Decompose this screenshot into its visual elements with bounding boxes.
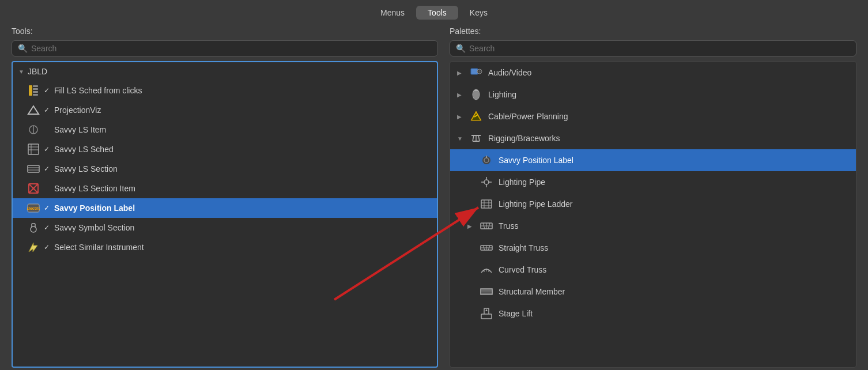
list-item[interactable]: ✓ Savvy LS Sched (13, 139, 437, 159)
svg-marker-5 (28, 106, 39, 114)
list-item[interactable]: ✓ Savvy LS Item (13, 120, 437, 139)
list-item[interactable]: ▶ Structural Member (450, 281, 856, 303)
tools-section-jbld[interactable]: ▼ JBLD (13, 62, 437, 81)
palettes-panel: Palettes: 🔍 ▶ Audio/Video ▶ Lighting (450, 27, 856, 368)
svg-rect-2 (33, 88, 38, 90)
curved-truss-label: Curved Truss (499, 265, 546, 274)
svg-marker-72 (485, 309, 488, 311)
savvy-ls-section-item-check: ✓ (44, 184, 52, 192)
savvy-symbol-section-label: Savvy Symbol Section (54, 223, 134, 232)
savvy-ls-sched-label: Savvy LS Sched (54, 145, 114, 154)
select-similar-check: ✓ (44, 243, 52, 251)
palettes-label: Palettes: (450, 27, 856, 36)
spl-palette-label: Savvy Position Label (499, 156, 573, 165)
palettes-list[interactable]: ▶ Audio/Video ▶ Lighting ▶ Cabl (450, 61, 856, 368)
savvy-ls-section-item-label: Savvy LS Section Item (54, 184, 135, 193)
structural-member-icon (479, 284, 494, 299)
list-item[interactable]: ▶ Lighting Pipe (450, 171, 856, 193)
audio-video-icon (469, 65, 484, 80)
list-item[interactable]: Electric ✓ Savvy Position Label (13, 198, 437, 218)
svg-rect-3 (33, 91, 38, 93)
svg-rect-47 (481, 200, 492, 208)
tab-tools[interactable]: Tools (416, 6, 458, 20)
savvy-ls-section-icon (27, 162, 40, 176)
savvy-ls-section-label: Savvy LS Section (54, 164, 118, 173)
svg-text:Electric: Electric (27, 206, 40, 210)
list-item[interactable]: ▶ Lighting (450, 84, 856, 105)
svg-rect-13 (28, 165, 39, 172)
select-similar-icon (27, 240, 40, 254)
list-item[interactable]: ✓ Select Similar Instrument (13, 237, 437, 257)
palettes-search-icon: 🔍 (456, 44, 466, 53)
savvy-ls-section-check: ✓ (44, 165, 52, 173)
list-item[interactable]: ✓ Savvy LS Section Item (13, 179, 437, 198)
list-item[interactable]: ▶ Stage Lift (450, 303, 856, 324)
audio-video-label: Audio/Video (488, 68, 531, 77)
lighting-pipe-ladder-icon (479, 197, 494, 212)
svg-point-28 (478, 70, 481, 73)
cable-power-label: Cable/Power Planning (488, 112, 568, 121)
structural-member-label: Structural Member (499, 287, 565, 296)
tools-label: Tools: (12, 27, 438, 36)
lighting-chevron: ▶ (457, 92, 465, 98)
truss-icon (479, 218, 494, 233)
savvy-position-label-icon: Electric (27, 201, 40, 215)
select-similar-label: Select Similar Instrument (54, 243, 144, 252)
curved-truss-chevron: ▶ (467, 267, 475, 273)
svg-rect-0 (29, 85, 32, 96)
list-item[interactable]: ▶ Savvy Position Label (450, 149, 856, 171)
list-item[interactable]: ✓ ProjectionViz (13, 100, 437, 120)
list-item[interactable]: ▶ Lighting Pipe Ladder (450, 193, 856, 215)
savvy-symbol-section-check: ✓ (44, 224, 52, 232)
jbld-chevron: ▼ (18, 69, 24, 75)
tools-search-icon: 🔍 (18, 44, 28, 53)
savvy-position-label-check: ✓ (44, 204, 52, 212)
lighting-pipe-ladder-label: Lighting Pipe Ladder (499, 199, 572, 209)
list-item[interactable]: ▼ Rigging/Braceworks (450, 127, 856, 149)
list-item[interactable]: ✓ Savvy LS Section (13, 159, 437, 179)
tools-search-input[interactable] (31, 44, 432, 53)
main-layout: Tools: 🔍 ▼ JBLD ✓ Fill LS Sched from cli… (0, 27, 868, 368)
rigging-chevron: ▼ (457, 135, 465, 142)
straight-truss-icon (479, 240, 494, 255)
savvy-ls-sched-check: ✓ (44, 145, 52, 153)
fill-ls-label: Fill LS Sched from clicks (54, 86, 142, 95)
list-item[interactable]: ▶ Straight Truss (450, 237, 856, 259)
svg-rect-68 (481, 314, 492, 319)
projviz-check: ✓ (44, 106, 52, 114)
savvy-ls-item-icon (27, 123, 40, 137)
tab-menus[interactable]: Menus (369, 6, 416, 20)
stage-lift-chevron: ▶ (467, 311, 475, 317)
tools-panel: Tools: 🔍 ▼ JBLD ✓ Fill LS Sched from cli… (12, 27, 438, 368)
savvy-symbol-section-icon (27, 221, 40, 235)
truss-chevron: ▶ (467, 223, 475, 229)
jbld-label: JBLD (28, 67, 47, 76)
svg-rect-1 (33, 85, 38, 87)
palettes-search-box[interactable]: 🔍 (450, 40, 856, 56)
lighting-pipe-icon (479, 175, 494, 190)
svg-point-21 (31, 226, 36, 232)
structural-member-chevron: ▶ (467, 289, 475, 295)
tools-list[interactable]: ▼ JBLD ✓ Fill LS Sched from clicks ✓ Pro… (12, 61, 438, 368)
lighting-icon (469, 87, 484, 102)
list-item[interactable]: ▶ Audio/Video (450, 62, 856, 84)
spl-chevron: ▶ (467, 157, 475, 164)
lp-chevron: ▶ (467, 179, 475, 186)
cable-power-icon (469, 109, 484, 124)
tab-keys[interactable]: Keys (458, 6, 499, 20)
lighting-label: Lighting (488, 90, 516, 99)
stage-lift-icon (479, 306, 494, 321)
list-item[interactable]: ✓ Fill LS Sched from clicks (13, 81, 437, 100)
list-item[interactable]: ▶ Curved Truss (450, 259, 856, 281)
straight-truss-chevron: ▶ (467, 245, 475, 251)
projviz-label: ProjectionViz (54, 105, 101, 115)
tools-search-box[interactable]: 🔍 (12, 40, 438, 56)
savvy-ls-item-label: Savvy LS Item (54, 125, 106, 134)
audio-video-chevron: ▶ (457, 70, 465, 76)
list-item[interactable]: ✓ Savvy Symbol Section (13, 218, 437, 237)
list-item[interactable]: ▶ Cable/Power Planning (450, 105, 856, 127)
list-item[interactable]: ▶ Truss (450, 215, 856, 237)
svg-rect-30 (474, 90, 478, 91)
svg-line-35 (473, 135, 474, 141)
palettes-search-input[interactable] (469, 44, 850, 53)
